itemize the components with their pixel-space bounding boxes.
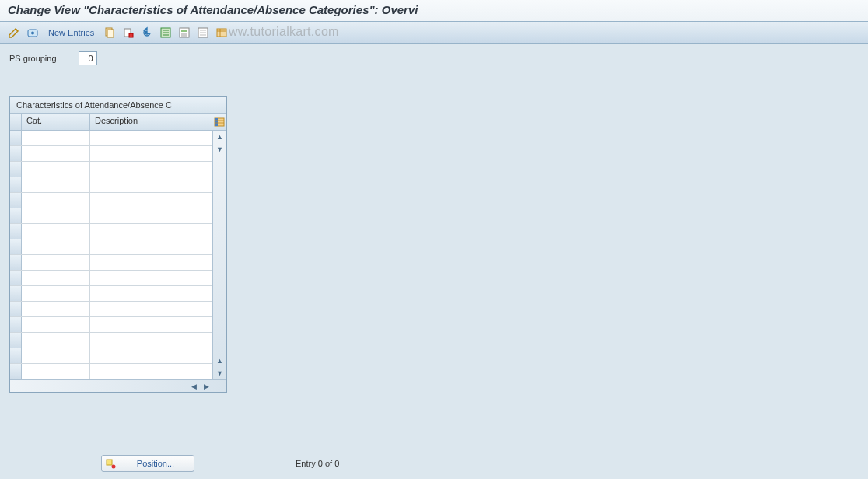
cell-description[interactable] xyxy=(90,177,212,192)
select-block-icon[interactable] xyxy=(177,25,192,40)
ps-grouping-input[interactable] xyxy=(79,51,97,65)
delete-icon[interactable] xyxy=(121,25,136,40)
column-header-description[interactable]: Description xyxy=(90,114,212,130)
cell-description[interactable] xyxy=(90,224,212,239)
cell-cat[interactable] xyxy=(22,193,90,208)
table-row[interactable] xyxy=(10,364,212,379)
cell-cat[interactable] xyxy=(22,317,90,332)
table-header: Cat. Description xyxy=(10,114,226,131)
table-row[interactable] xyxy=(10,286,212,302)
table-row[interactable] xyxy=(10,348,212,364)
scroll-right-icon[interactable]: ▶ xyxy=(200,380,212,392)
table-row[interactable] xyxy=(10,224,212,240)
table-row[interactable] xyxy=(10,177,212,193)
cell-cat[interactable] xyxy=(22,131,90,145)
application-toolbar: New Entries ww.tutorialkart.com xyxy=(0,22,868,44)
cell-description[interactable] xyxy=(90,193,212,208)
ps-grouping-label: PS grouping xyxy=(9,54,72,63)
table-row[interactable] xyxy=(10,146,212,162)
cell-description[interactable] xyxy=(90,333,212,348)
cell-cat[interactable] xyxy=(22,348,90,363)
table-row[interactable] xyxy=(10,240,212,255)
row-selector[interactable] xyxy=(10,208,22,223)
window-title: Change View "Characteristics of Attendan… xyxy=(0,0,868,22)
deselect-all-icon[interactable] xyxy=(195,25,211,40)
cell-cat[interactable] xyxy=(22,333,90,348)
cell-cat[interactable] xyxy=(22,208,90,223)
row-selector[interactable] xyxy=(10,240,22,254)
scroll-down2-icon[interactable]: ▼ xyxy=(213,367,226,379)
row-selector[interactable] xyxy=(10,271,22,285)
cell-cat[interactable] xyxy=(22,302,90,316)
cell-cat[interactable] xyxy=(22,162,90,177)
table-row[interactable] xyxy=(10,302,212,317)
horizontal-scrollbar[interactable]: ◀ ▶ xyxy=(10,379,226,392)
row-selector[interactable] xyxy=(10,348,22,363)
undo-icon[interactable] xyxy=(139,25,155,40)
row-selector[interactable] xyxy=(10,224,22,239)
column-header-cat[interactable]: Cat. xyxy=(22,114,90,130)
table-row[interactable] xyxy=(10,333,212,348)
row-selector[interactable] xyxy=(10,333,22,348)
svg-point-14 xyxy=(112,465,116,469)
footer-row: Position... Entry 0 of 0 xyxy=(101,455,339,472)
table-settings-icon[interactable] xyxy=(214,25,229,40)
cell-cat[interactable] xyxy=(22,255,90,270)
table-config-icon[interactable] xyxy=(212,114,226,130)
scroll-left-icon[interactable]: ◀ xyxy=(187,380,200,392)
cell-description[interactable] xyxy=(90,317,212,332)
vertical-scrollbar[interactable]: ▲ ▼ ▲ ▼ xyxy=(212,131,226,379)
cell-cat[interactable] xyxy=(22,364,90,379)
cell-cat[interactable] xyxy=(22,177,90,192)
cell-description[interactable] xyxy=(90,364,212,379)
cell-description[interactable] xyxy=(90,240,212,254)
cell-cat[interactable] xyxy=(22,224,90,239)
row-selector[interactable] xyxy=(10,146,22,161)
svg-point-1 xyxy=(31,31,34,34)
row-selector[interactable] xyxy=(10,177,22,192)
table-row[interactable] xyxy=(10,317,212,333)
scroll-up-icon[interactable]: ▲ xyxy=(213,131,226,143)
content-area: PS grouping Characteristics of Attendanc… xyxy=(0,44,868,479)
cell-description[interactable] xyxy=(90,302,212,316)
cell-cat[interactable] xyxy=(22,240,90,254)
svg-rect-10 xyxy=(217,29,226,37)
row-selector[interactable] xyxy=(10,255,22,270)
cell-description[interactable] xyxy=(90,146,212,161)
row-selector[interactable] xyxy=(10,286,22,301)
cell-cat[interactable] xyxy=(22,286,90,301)
position-button[interactable]: Position... xyxy=(101,455,194,472)
row-selector[interactable] xyxy=(10,162,22,177)
select-all-icon[interactable] xyxy=(158,25,173,40)
cell-description[interactable] xyxy=(90,131,212,145)
row-selector[interactable] xyxy=(10,364,22,379)
scroll-down-icon[interactable]: ▼ xyxy=(213,143,226,156)
cell-cat[interactable] xyxy=(22,146,90,161)
svg-rect-13 xyxy=(107,460,112,465)
table-row[interactable] xyxy=(10,193,212,208)
cell-description[interactable] xyxy=(90,162,212,177)
cell-description[interactable] xyxy=(90,255,212,270)
cell-description[interactable] xyxy=(90,271,212,285)
cell-description[interactable] xyxy=(90,208,212,223)
row-selector[interactable] xyxy=(10,193,22,208)
row-selector[interactable] xyxy=(10,302,22,316)
cell-description[interactable] xyxy=(90,348,212,363)
table-row[interactable] xyxy=(10,208,212,224)
table-row[interactable] xyxy=(10,131,212,146)
watermark-text: ww.tutorialkart.com xyxy=(229,25,339,39)
cell-cat[interactable] xyxy=(22,271,90,285)
row-selector[interactable] xyxy=(10,317,22,332)
cell-description[interactable] xyxy=(90,286,212,301)
table-row[interactable] xyxy=(10,271,212,286)
other-view-icon[interactable] xyxy=(25,25,40,40)
new-entries-button[interactable]: New Entries xyxy=(44,26,99,39)
select-all-column[interactable] xyxy=(10,114,22,130)
ps-grouping-row: PS grouping xyxy=(9,51,859,65)
scroll-up2-icon[interactable]: ▲ xyxy=(213,355,226,367)
table-row[interactable] xyxy=(10,162,212,177)
copy-icon[interactable] xyxy=(102,25,117,40)
change-icon[interactable] xyxy=(6,25,22,40)
table-row[interactable] xyxy=(10,255,212,271)
row-selector[interactable] xyxy=(10,131,22,145)
